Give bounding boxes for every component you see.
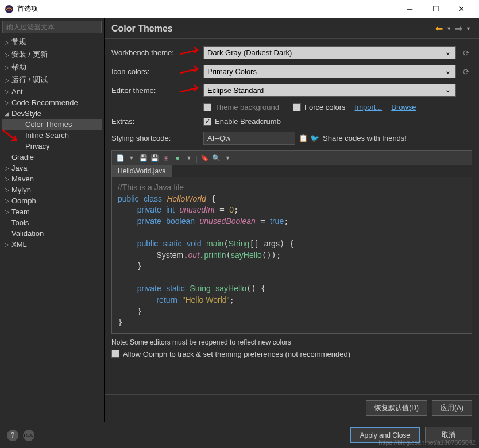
- package-icon[interactable]: ⊞: [161, 153, 171, 163]
- enable-breadcrumb-checkbox[interactable]: [203, 118, 211, 126]
- workbench-theme-select[interactable]: Dark Gray (Darkest Dark): [203, 46, 456, 59]
- expand-arrow-icon: ▷: [5, 99, 11, 106]
- restore-defaults-button[interactable]: 恢复默认值(D): [366, 400, 427, 416]
- tree-item[interactable]: Tools: [2, 217, 102, 228]
- back-arrow-icon[interactable]: ⬅: [434, 23, 444, 34]
- expand-arrow-icon: ▷: [5, 39, 11, 45]
- refresh-icon[interactable]: ⟳: [461, 67, 472, 76]
- expand-arrow-icon: ▷: [5, 198, 11, 204]
- tree-item-label: Gradle: [11, 153, 34, 161]
- browse-link[interactable]: Browse: [391, 103, 416, 111]
- refresh-icon[interactable]: ⟳: [461, 48, 472, 57]
- expand-arrow-icon: ◢: [5, 110, 11, 117]
- bookmark-icon[interactable]: 🔖: [200, 153, 209, 163]
- new-icon[interactable]: 📄: [115, 153, 125, 163]
- editor-tab[interactable]: HelloWorld.java: [111, 165, 172, 177]
- minimize-button[interactable]: ─: [397, 1, 423, 18]
- forward-dropdown-icon[interactable]: ▼: [465, 26, 472, 32]
- preferences-tree: ▷常规▷安装 / 更新▷帮助▷运行 / 调试▷Ant▷Code Recommen…: [2, 36, 102, 419]
- tree-item-label: Ant: [11, 87, 23, 96]
- page-title: Color Themes: [111, 24, 434, 34]
- tree-item[interactable]: ▷帮助: [2, 61, 102, 74]
- tree-item-label: 帮助: [11, 62, 26, 72]
- back-dropdown-icon[interactable]: ▼: [445, 26, 453, 32]
- save-all-icon[interactable]: 💾: [150, 153, 159, 163]
- shortcode-input[interactable]: [203, 132, 295, 145]
- editor-toolbar: 📄 ▼ 💾 💾 ⊞ ● ▼ | 🔖 🔍 ▼: [111, 150, 472, 165]
- chevron-down-icon[interactable]: ▼: [127, 153, 136, 163]
- share-label: Share codes with friends!: [323, 134, 407, 142]
- content-panel: Color Themes ⬅ ▼ ➡ ▼ Workbench theme: Da…: [105, 18, 479, 422]
- window-title: 首选项: [17, 4, 397, 14]
- help-icon[interactable]: ?: [7, 430, 18, 441]
- tree-item[interactable]: Inline Search: [2, 130, 102, 141]
- twitter-icon[interactable]: 🐦: [310, 134, 319, 142]
- tree-item[interactable]: Validation: [2, 228, 102, 239]
- oomph-checkbox[interactable]: [111, 350, 119, 358]
- tree-item[interactable]: ▷运行 / 调试: [2, 74, 102, 86]
- tree-item[interactable]: ▷Maven: [2, 173, 102, 184]
- editor-theme-label: Editor theme:: [111, 86, 203, 95]
- tree-item[interactable]: ▷安装 / 更新: [2, 48, 102, 61]
- bottom-bar: ? REC Apply and Close 取消: [0, 422, 479, 448]
- extras-label: Extras:: [111, 117, 203, 126]
- editor-theme-select[interactable]: Eclipse Standard: [203, 84, 456, 97]
- tree-item-label: Oomph: [11, 196, 36, 205]
- chevron-down-icon[interactable]: ▼: [184, 153, 194, 163]
- rec-icon[interactable]: REC: [23, 430, 34, 441]
- tree-item-label: Mylyn: [11, 186, 31, 194]
- tree-item-label: Validation: [11, 229, 44, 238]
- force-colors-label: Force colors: [304, 103, 346, 111]
- forward-arrow-icon[interactable]: ➡: [454, 23, 463, 34]
- tree-item-label: Maven: [11, 175, 34, 183]
- theme-background-label: Theme background: [215, 103, 279, 111]
- sidebar: ▷常规▷安装 / 更新▷帮助▷运行 / 调试▷Ant▷Code Recommen…: [0, 18, 105, 422]
- apply-button[interactable]: 应用(A): [432, 400, 472, 416]
- titlebar: 首选项 ─ ☐ ✕: [0, 0, 479, 18]
- content-header: Color Themes ⬅ ▼ ➡ ▼: [105, 18, 479, 39]
- tree-item[interactable]: Color Themes: [2, 119, 102, 130]
- import-link[interactable]: Import...: [355, 103, 383, 111]
- save-icon[interactable]: 💾: [138, 153, 148, 163]
- eclipse-icon: [5, 5, 14, 14]
- force-colors-checkbox[interactable]: [293, 103, 301, 111]
- close-button[interactable]: ✕: [449, 1, 474, 18]
- tree-item[interactable]: ◢DevStyle: [2, 108, 102, 119]
- tree-item-label: 安装 / 更新: [11, 49, 48, 60]
- tree-item[interactable]: ▷Team: [2, 206, 102, 217]
- expand-arrow-icon: ▷: [5, 165, 11, 171]
- workbench-theme-label: Workbench theme:: [111, 48, 203, 57]
- tree-item[interactable]: ▷Java: [2, 163, 102, 173]
- tree-item-label: Privacy: [25, 142, 50, 150]
- tree-item[interactable]: ▷常规: [2, 36, 102, 48]
- expand-arrow-icon: ▷: [5, 64, 11, 71]
- cancel-button[interactable]: 取消: [425, 427, 472, 443]
- tree-item-label: Code Recommende: [11, 98, 78, 107]
- tree-item-label: Tools: [11, 218, 29, 227]
- clipboard-icon[interactable]: 📋: [299, 134, 308, 142]
- tree-item[interactable]: Gradle: [2, 152, 102, 163]
- tree-item-label: Inline Search: [25, 131, 69, 140]
- expand-arrow-icon: ▷: [5, 208, 11, 215]
- tree-item-label: 运行 / 调试: [11, 75, 48, 85]
- apply-and-close-button[interactable]: Apply and Close: [350, 427, 420, 443]
- chevron-down-icon[interactable]: ▼: [223, 153, 232, 163]
- maximize-button[interactable]: ☐: [423, 1, 449, 18]
- search-icon[interactable]: 🔍: [211, 153, 221, 163]
- filter-input[interactable]: [2, 21, 102, 33]
- expand-arrow-icon: ▷: [5, 187, 11, 193]
- oomph-label: Allow Oomph to track & set theming prefe…: [123, 350, 350, 358]
- tree-item[interactable]: ▷Code Recommende: [2, 97, 102, 108]
- tree-item[interactable]: Privacy: [2, 141, 102, 152]
- tree-item[interactable]: ▷Ant: [2, 86, 102, 97]
- theme-background-checkbox[interactable]: [203, 103, 211, 111]
- tree-item-label: 常规: [11, 37, 26, 47]
- icon-colors-select[interactable]: Primary Colors: [203, 65, 456, 78]
- tree-item[interactable]: ▷XML: [2, 239, 102, 250]
- tree-item[interactable]: ▷Mylyn: [2, 184, 102, 195]
- tree-item-label: Color Themes: [25, 120, 72, 129]
- shortcode-label: Styling shortcode:: [111, 134, 203, 142]
- nav-arrows: ⬅ ▼ ➡ ▼: [434, 23, 472, 34]
- tree-item[interactable]: ▷Oomph: [2, 195, 102, 206]
- run-icon[interactable]: ●: [173, 153, 182, 163]
